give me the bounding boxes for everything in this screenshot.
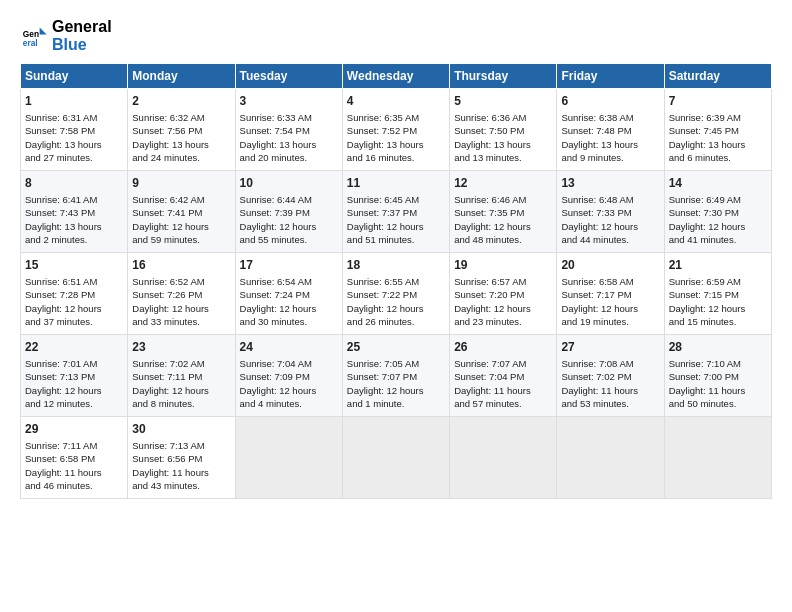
day-number: 13 — [561, 175, 659, 192]
cell-line: Sunset: 7:37 PM — [347, 206, 445, 219]
cell-line: Daylight: 12 hours — [240, 220, 338, 233]
cell-line: Daylight: 13 hours — [454, 138, 552, 151]
calendar-week-5: 29Sunrise: 7:11 AMSunset: 6:58 PMDayligh… — [21, 417, 772, 499]
day-number: 21 — [669, 257, 767, 274]
cell-line: Sunset: 7:22 PM — [347, 288, 445, 301]
calendar-cell: 3Sunrise: 6:33 AMSunset: 7:54 PMDaylight… — [235, 89, 342, 171]
calendar-cell — [235, 417, 342, 499]
day-number: 29 — [25, 421, 123, 438]
day-number: 27 — [561, 339, 659, 356]
calendar-cell: 29Sunrise: 7:11 AMSunset: 6:58 PMDayligh… — [21, 417, 128, 499]
cell-line: and 57 minutes. — [454, 397, 552, 410]
cell-line: Sunrise: 7:04 AM — [240, 357, 338, 370]
calendar-cell: 24Sunrise: 7:04 AMSunset: 7:09 PMDayligh… — [235, 335, 342, 417]
cell-line: Sunset: 7:11 PM — [132, 370, 230, 383]
cell-line: Sunset: 7:04 PM — [454, 370, 552, 383]
calendar-cell: 26Sunrise: 7:07 AMSunset: 7:04 PMDayligh… — [450, 335, 557, 417]
cell-line: Daylight: 12 hours — [132, 220, 230, 233]
cell-line: Sunrise: 7:11 AM — [25, 439, 123, 452]
cell-line: Sunset: 7:43 PM — [25, 206, 123, 219]
calendar-cell: 30Sunrise: 7:13 AMSunset: 6:56 PMDayligh… — [128, 417, 235, 499]
cell-line: Sunset: 7:20 PM — [454, 288, 552, 301]
cell-line: Sunset: 7:13 PM — [25, 370, 123, 383]
calendar-table: SundayMondayTuesdayWednesdayThursdayFrid… — [20, 63, 772, 499]
cell-line: Sunset: 6:56 PM — [132, 452, 230, 465]
calendar-cell: 27Sunrise: 7:08 AMSunset: 7:02 PMDayligh… — [557, 335, 664, 417]
cell-line: Daylight: 12 hours — [240, 384, 338, 397]
cell-line: and 48 minutes. — [454, 233, 552, 246]
calendar-cell: 9Sunrise: 6:42 AMSunset: 7:41 PMDaylight… — [128, 171, 235, 253]
cell-line: Sunset: 7:58 PM — [25, 124, 123, 137]
cell-line: Sunset: 7:00 PM — [669, 370, 767, 383]
cell-line: and 19 minutes. — [561, 315, 659, 328]
cell-line: and 55 minutes. — [240, 233, 338, 246]
calendar-week-2: 8Sunrise: 6:41 AMSunset: 7:43 PMDaylight… — [21, 171, 772, 253]
cell-line: Sunrise: 7:05 AM — [347, 357, 445, 370]
cell-line: Sunrise: 6:49 AM — [669, 193, 767, 206]
day-number: 18 — [347, 257, 445, 274]
weekday-header-friday: Friday — [557, 64, 664, 89]
calendar-cell: 7Sunrise: 6:39 AMSunset: 7:45 PMDaylight… — [664, 89, 771, 171]
cell-line: Sunrise: 6:36 AM — [454, 111, 552, 124]
cell-line: Sunrise: 6:35 AM — [347, 111, 445, 124]
cell-line: Daylight: 12 hours — [347, 220, 445, 233]
day-number: 11 — [347, 175, 445, 192]
cell-line: and 50 minutes. — [669, 397, 767, 410]
cell-line: and 1 minute. — [347, 397, 445, 410]
cell-line: Sunset: 7:17 PM — [561, 288, 659, 301]
cell-line: Sunrise: 7:10 AM — [669, 357, 767, 370]
day-number: 16 — [132, 257, 230, 274]
cell-line: Sunrise: 6:59 AM — [669, 275, 767, 288]
cell-line: and 2 minutes. — [25, 233, 123, 246]
cell-line: Sunset: 7:50 PM — [454, 124, 552, 137]
weekday-header-monday: Monday — [128, 64, 235, 89]
cell-line: Daylight: 13 hours — [240, 138, 338, 151]
calendar-cell: 22Sunrise: 7:01 AMSunset: 7:13 PMDayligh… — [21, 335, 128, 417]
cell-line: and 9 minutes. — [561, 151, 659, 164]
calendar-cell: 5Sunrise: 6:36 AMSunset: 7:50 PMDaylight… — [450, 89, 557, 171]
cell-line: Sunrise: 7:01 AM — [25, 357, 123, 370]
cell-line: Sunset: 7:35 PM — [454, 206, 552, 219]
day-number: 15 — [25, 257, 123, 274]
calendar-cell: 28Sunrise: 7:10 AMSunset: 7:00 PMDayligh… — [664, 335, 771, 417]
cell-line: Daylight: 13 hours — [347, 138, 445, 151]
cell-line: Sunrise: 6:55 AM — [347, 275, 445, 288]
weekday-header-wednesday: Wednesday — [342, 64, 449, 89]
cell-line: Sunset: 7:09 PM — [240, 370, 338, 383]
cell-line: Sunset: 7:28 PM — [25, 288, 123, 301]
calendar-cell: 12Sunrise: 6:46 AMSunset: 7:35 PMDayligh… — [450, 171, 557, 253]
day-number: 19 — [454, 257, 552, 274]
calendar-cell: 4Sunrise: 6:35 AMSunset: 7:52 PMDaylight… — [342, 89, 449, 171]
day-number: 28 — [669, 339, 767, 356]
cell-line: Daylight: 12 hours — [25, 384, 123, 397]
calendar-cell — [664, 417, 771, 499]
header: Gen eral General Blue — [20, 18, 772, 53]
cell-line: Sunrise: 6:31 AM — [25, 111, 123, 124]
calendar-cell: 17Sunrise: 6:54 AMSunset: 7:24 PMDayligh… — [235, 253, 342, 335]
cell-line: Sunset: 7:07 PM — [347, 370, 445, 383]
cell-line: and 8 minutes. — [132, 397, 230, 410]
day-number: 5 — [454, 93, 552, 110]
cell-line: Sunset: 7:45 PM — [669, 124, 767, 137]
cell-line: Sunset: 7:39 PM — [240, 206, 338, 219]
cell-line: Daylight: 13 hours — [25, 138, 123, 151]
cell-line: Daylight: 12 hours — [132, 384, 230, 397]
logo-text: General Blue — [52, 18, 112, 53]
cell-line: Daylight: 13 hours — [132, 138, 230, 151]
day-number: 1 — [25, 93, 123, 110]
cell-line: Sunrise: 7:02 AM — [132, 357, 230, 370]
cell-line: and 16 minutes. — [347, 151, 445, 164]
calendar-cell: 13Sunrise: 6:48 AMSunset: 7:33 PMDayligh… — [557, 171, 664, 253]
cell-line: and 37 minutes. — [25, 315, 123, 328]
calendar-body: 1Sunrise: 6:31 AMSunset: 7:58 PMDaylight… — [21, 89, 772, 499]
cell-line: Sunrise: 6:44 AM — [240, 193, 338, 206]
day-number: 4 — [347, 93, 445, 110]
day-number: 12 — [454, 175, 552, 192]
day-number: 23 — [132, 339, 230, 356]
cell-line: Sunrise: 6:48 AM — [561, 193, 659, 206]
cell-line: Daylight: 11 hours — [669, 384, 767, 397]
calendar-cell — [450, 417, 557, 499]
svg-text:eral: eral — [23, 37, 38, 47]
cell-line: Sunset: 7:02 PM — [561, 370, 659, 383]
cell-line: Sunset: 7:56 PM — [132, 124, 230, 137]
